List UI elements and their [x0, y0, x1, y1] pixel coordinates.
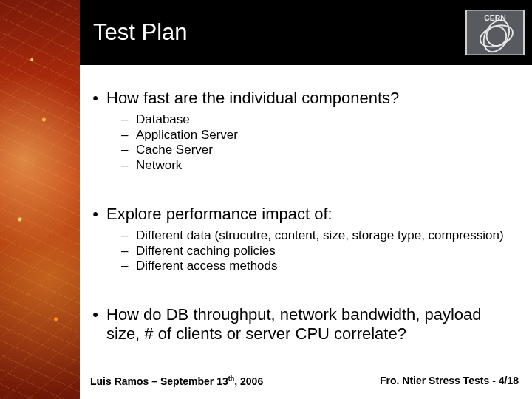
bullet-level2: –Network — [121, 158, 519, 174]
bullet-level1: • How fast are the individual components… — [90, 89, 519, 108]
sub-bullet-text: Cache Server — [136, 143, 519, 158]
bullet-level1: • How do DB throughput, network bandwidt… — [90, 305, 519, 344]
dash-icon: – — [121, 259, 132, 274]
bullet-text: Explore performance impact of: — [106, 205, 519, 224]
dash-icon: – — [121, 128, 132, 143]
bullet-level2: –Different data (strucutre, content, siz… — [121, 228, 519, 244]
sub-bullet-text: Network — [136, 158, 519, 174]
bullet-level2: –Cache Server — [121, 143, 519, 158]
sub-bullet-text: Database — [136, 112, 519, 128]
cern-logo: CERN — [466, 10, 525, 55]
sub-bullet-text: Application Server — [136, 128, 519, 143]
slide-body: • How fast are the individual components… — [90, 83, 519, 344]
bullet-dot-icon: • — [92, 89, 99, 108]
dash-icon: – — [121, 244, 132, 259]
dash-icon: – — [121, 112, 132, 128]
bullet-level2: –Different caching policies — [121, 244, 519, 259]
footer-date-ordinal: th — [228, 375, 235, 382]
bullet-level2: –Different access methods — [121, 259, 519, 274]
title-bar: Test Plan CERN — [80, 0, 532, 65]
cern-logo-text: CERN — [484, 14, 506, 22]
footer-date-year: , 2006 — [234, 375, 263, 387]
footer-left: Luis Ramos – September 13th, 2006 — [90, 375, 263, 387]
sub-list: –Different data (strucutre, content, siz… — [121, 228, 519, 274]
footer-author-date: Luis Ramos – September 13 — [90, 375, 228, 387]
dash-icon: – — [121, 158, 132, 174]
bullet-dot-icon: • — [92, 205, 99, 224]
bullet-dot-icon: • — [92, 305, 99, 324]
footer: Luis Ramos – September 13th, 2006 Fro. N… — [90, 375, 519, 387]
bullet-level2: –Application Server — [121, 128, 519, 143]
sub-list: –Database –Application Server –Cache Ser… — [121, 112, 519, 174]
bullet-text: How do DB throughput, network bandwidth,… — [106, 305, 519, 344]
bullet-level2: –Database — [121, 112, 519, 128]
footer-right: Fro. Ntier Stress Tests - 4/18 — [380, 375, 519, 387]
bullet-level1: • Explore performance impact of: — [90, 205, 519, 224]
sub-bullet-text: Different data (strucutre, content, size… — [136, 228, 519, 244]
slide-title: Test Plan — [93, 19, 188, 46]
dash-icon: – — [121, 228, 132, 244]
sub-bullet-text: Different caching policies — [136, 244, 519, 259]
decorative-side-image — [0, 0, 80, 399]
slide: Test Plan CERN • How fast are the indivi… — [0, 0, 532, 399]
dash-icon: – — [121, 143, 132, 158]
sub-bullet-text: Different access methods — [136, 259, 519, 274]
bullet-text: How fast are the individual components? — [106, 89, 519, 108]
